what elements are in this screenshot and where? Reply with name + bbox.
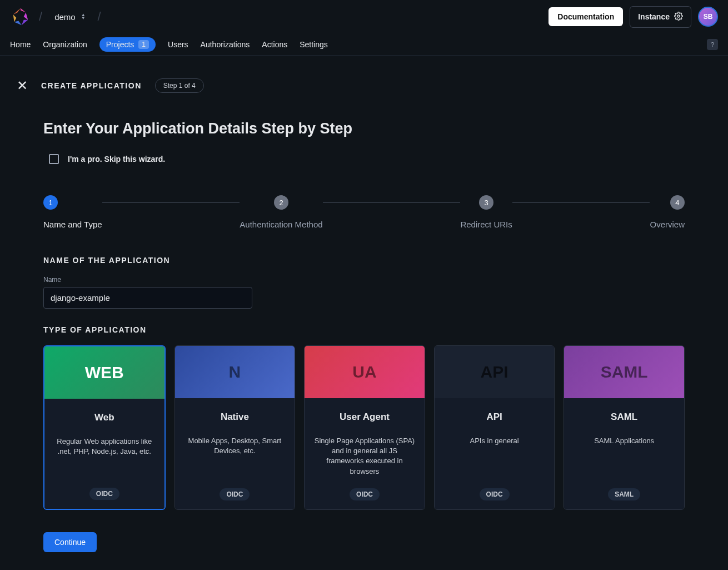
card-header-saml: SAML [564,346,684,398]
step-1-label: Name and Type [43,220,102,229]
nav-home[interactable]: Home [10,40,31,49]
step-4-label: Overview [650,220,685,229]
card-desc-api: APIs in general [442,436,547,479]
card-tag-saml: SAML [608,488,640,500]
card-header-native: N [175,346,295,398]
card-tag-native: OIDC [220,488,250,500]
nav-projects-badge: 1 [138,40,149,49]
instance-label: Instance [638,12,670,21]
page-crumb: CREATE APPLICATION [41,81,142,90]
nav-settings[interactable]: Settings [300,40,328,49]
card-tag-web: OIDC [89,488,119,500]
card-title-native: Native [183,412,287,423]
avatar[interactable]: SB [698,7,718,27]
breadcrumb-separator: / [98,9,101,24]
card-title-saml: SAML [572,412,676,423]
card-desc-ua: Single Page Applications (SPA) and in ge… [312,436,417,479]
help-button[interactable]: ? [707,39,718,50]
app-type-card-saml[interactable]: SAML SAML SAML Applications SAML [564,345,685,510]
section-name-title: NAME OF THE APPLICATION [43,256,685,265]
skip-wizard-label: I'm a pro. Skip this wizard. [68,155,165,163]
gear-icon [674,12,683,22]
org-name: demo [54,12,76,22]
step-2-label: Authentication Method [240,220,322,229]
nav-projects-label: Projects [106,40,134,49]
nav-organization[interactable]: Organization [43,40,87,49]
card-tag-ua: OIDC [350,488,380,500]
card-header-api: API [435,346,555,398]
documentation-button[interactable]: Documentation [549,7,623,26]
instance-button[interactable]: Instance [630,6,691,28]
app-type-card-native[interactable]: N Native Mobile Apps, Desktop, Smart Dev… [174,345,296,510]
card-desc-saml: SAML Applications [572,436,676,479]
step-3-label: Redirect URIs [460,220,512,229]
name-input[interactable] [43,287,252,309]
card-title-ua: User Agent [312,412,417,423]
nav-users[interactable]: Users [168,40,188,49]
name-field-label: Name [43,276,685,284]
step-3-circle[interactable]: 3 [479,195,493,210]
continue-button[interactable]: Continue [43,532,97,552]
step-2-circle[interactable]: 2 [274,195,288,210]
step-1-circle[interactable]: 1 [43,195,58,210]
app-type-card-web[interactable]: WEB Web Regular Web applications like .n… [43,345,166,510]
step-4-circle[interactable]: 4 [670,195,685,210]
nav-actions[interactable]: Actions [262,40,287,49]
close-icon[interactable]: ✕ [17,78,28,93]
nav-projects[interactable]: Projects 1 [99,37,156,52]
card-header-ua: UA [305,346,425,398]
card-desc-native: Mobile Apps, Desktop, Smart Devices, etc… [183,436,287,479]
card-desc-web: Regular Web applications like .net, PHP,… [52,437,157,479]
app-type-card-user-agent[interactable]: UA User Agent Single Page Applications (… [304,345,425,510]
nav-authorizations[interactable]: Authorizations [201,40,250,49]
card-title-api: API [442,412,547,423]
app-type-card-api[interactable]: API API APIs in general OIDC [434,345,555,510]
stepper: 1 Name and Type 2 Authentication Method … [43,195,685,229]
page-title: Enter Your Application Details Step by S… [43,120,685,137]
section-type-title: TYPE OF APPLICATION [43,325,685,334]
logo[interactable] [10,6,31,27]
chevron-up-down-icon: ▲▼ [81,13,86,20]
card-title-web: Web [52,412,157,423]
step-indicator: Step 1 of 4 [155,78,204,93]
skip-wizard-checkbox[interactable] [49,154,59,164]
org-selector[interactable]: demo ▲▼ [50,10,89,24]
svg-point-0 [677,15,680,17]
card-header-web: WEB [44,346,164,399]
breadcrumb-separator: / [39,9,42,24]
card-tag-api: OIDC [480,488,510,500]
